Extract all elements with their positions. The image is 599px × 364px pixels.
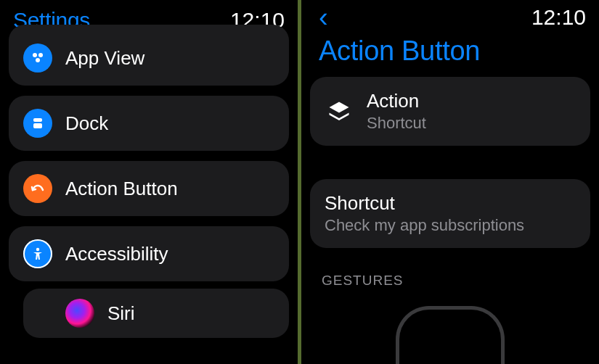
action-button-list: Action Shortcut Shortcut Check my app su… <box>310 77 590 364</box>
svg-rect-3 <box>33 118 42 122</box>
settings-item-label: Siri <box>107 302 135 325</box>
svg-point-2 <box>36 58 40 62</box>
shortcut-row-subtitle: Check my app subscriptions <box>325 216 524 235</box>
settings-item-label: Dock <box>65 112 108 135</box>
shortcut-row-title: Shortcut <box>325 192 524 215</box>
settings-item-dock[interactable]: Dock <box>9 96 289 151</box>
dock-icon <box>23 109 52 138</box>
action-button-pane: ‹ 12:10 Action Button Action Shortcut Sh… <box>301 0 599 364</box>
svg-point-5 <box>36 248 39 251</box>
siri-icon <box>65 299 94 328</box>
settings-item-accessibility[interactable]: Accessibility <box>9 226 289 281</box>
settings-item-label: App View <box>65 47 144 70</box>
watch-outline-graphic <box>396 306 505 364</box>
action-stack-icon <box>325 97 354 126</box>
settings-list: App View Dock Action Button Accessibilit… <box>9 41 289 338</box>
action-row[interactable]: Action Shortcut <box>310 77 590 146</box>
back-button[interactable]: ‹ <box>319 4 328 31</box>
settings-item-siri[interactable]: Siri <box>23 289 289 338</box>
settings-item-app-view[interactable]: App View <box>9 25 289 86</box>
settings-pane: Settings 12:10 App View Dock Action Butt… <box>0 0 298 364</box>
page-title: Action Button <box>319 36 590 67</box>
gestures-section-label: GESTURES <box>322 273 590 289</box>
settings-item-label: Accessibility <box>65 243 168 265</box>
settings-item-action-button[interactable]: Action Button <box>9 161 289 216</box>
status-bar: ‹ 12:10 <box>310 0 590 34</box>
clock: 12:10 <box>531 5 586 30</box>
shortcut-row[interactable]: Shortcut Check my app subscriptions <box>310 179 590 248</box>
app-view-icon <box>23 44 52 73</box>
action-row-title: Action <box>367 90 426 112</box>
accessibility-icon <box>23 239 52 268</box>
action-row-subtitle: Shortcut <box>367 114 426 133</box>
settings-item-label: Action Button <box>65 178 178 200</box>
svg-rect-4 <box>33 123 42 128</box>
svg-point-0 <box>33 53 37 57</box>
action-button-icon <box>23 174 52 203</box>
svg-point-1 <box>38 53 43 57</box>
